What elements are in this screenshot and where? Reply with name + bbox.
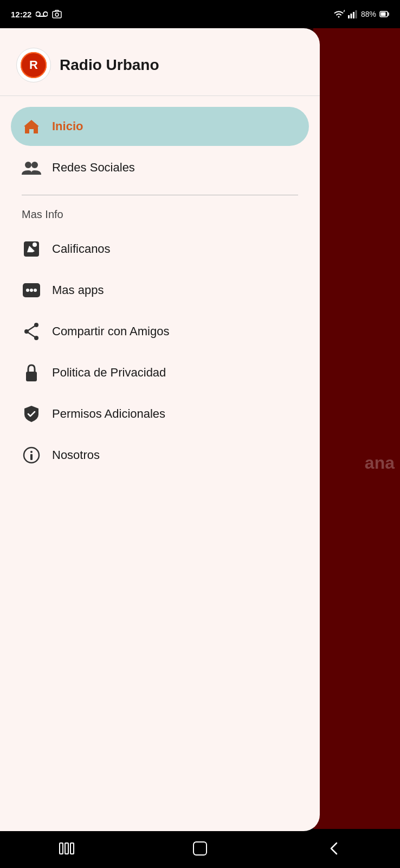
photo-icon: [52, 10, 62, 18]
svg-point-0: [36, 12, 40, 16]
nav-item-privacidad[interactable]: Politica de Privacidad: [11, 353, 309, 392]
rate-icon: [22, 239, 41, 259]
svg-rect-6: [350, 14, 352, 18]
battery-icon: [379, 10, 389, 18]
svg-rect-30: [30, 454, 33, 460]
shield-check-icon: [22, 404, 41, 424]
svg-rect-7: [353, 12, 354, 18]
time-display: 12:22: [11, 10, 31, 19]
app-logo: R: [16, 48, 51, 82]
privacidad-label: Politica de Privacidad: [52, 366, 166, 380]
nav-item-compartir[interactable]: Compartir con Amigos: [11, 312, 309, 351]
svg-point-17: [33, 242, 37, 247]
svg-rect-32: [65, 843, 68, 854]
calificanos-label: Calificanos: [52, 242, 111, 256]
home-button[interactable]: [184, 838, 216, 859]
svg-point-29: [30, 451, 33, 453]
logo-svg: R: [20, 52, 47, 79]
mas-apps-label: Mas apps: [52, 283, 104, 297]
bottom-nav-bar: [0, 829, 400, 868]
permisos-label: Permisos Adicionales: [52, 407, 165, 421]
svg-text:R: R: [29, 58, 38, 72]
mas-info-label: Mas Info: [11, 203, 309, 229]
battery-text: 88%: [361, 10, 376, 18]
share-icon: [22, 322, 41, 341]
home-icon: [22, 117, 41, 136]
bg-overlay-text: ana: [365, 453, 395, 473]
svg-rect-31: [60, 843, 63, 854]
info-icon: [22, 445, 41, 465]
svg-line-25: [27, 325, 36, 331]
svg-rect-34: [193, 842, 207, 855]
voicemail-icon: [36, 10, 48, 18]
drawer-header: R Radio Urbano: [0, 28, 320, 96]
svg-rect-33: [70, 843, 74, 854]
redes-sociales-label: Redes Sociales: [52, 161, 135, 175]
nav-section: Inicio Redes Sociales Mas Info: [0, 96, 320, 475]
svg-rect-27: [26, 372, 37, 381]
svg-rect-8: [355, 10, 357, 18]
back-button[interactable]: [317, 838, 350, 859]
nav-item-nosotros[interactable]: Nosotros: [11, 436, 309, 475]
inicio-label: Inicio: [52, 119, 83, 133]
svg-rect-5: [348, 15, 350, 18]
wifi-icon: [333, 9, 345, 19]
home-button-icon: [191, 840, 209, 857]
svg-rect-3: [53, 11, 61, 18]
status-bar: 12:22 88%: [0, 0, 400, 28]
recent-apps-button[interactable]: [50, 838, 83, 859]
navigation-drawer: R Radio Urbano Inicio: [0, 28, 320, 831]
svg-rect-10: [381, 12, 386, 16]
nav-item-redes-sociales[interactable]: Redes Sociales: [11, 148, 309, 187]
svg-line-26: [27, 331, 36, 338]
recent-apps-icon: [59, 841, 75, 856]
app-title: Radio Urbano: [60, 56, 159, 74]
nav-divider: [22, 195, 298, 195]
people-icon: [22, 158, 41, 177]
background-dark: [313, 28, 400, 842]
svg-point-14: [25, 162, 31, 168]
signal-icon: [348, 10, 358, 18]
svg-point-21: [34, 289, 37, 292]
back-icon: [327, 841, 340, 856]
nav-item-permisos[interactable]: Permisos Adicionales: [11, 394, 309, 433]
svg-point-1: [43, 12, 48, 16]
svg-point-4: [55, 13, 59, 16]
nav-item-mas-apps[interactable]: Mas apps: [11, 271, 309, 310]
compartir-label: Compartir con Amigos: [52, 324, 169, 339]
svg-point-15: [31, 162, 38, 168]
status-right: 88%: [333, 9, 389, 19]
status-left: 12:22: [11, 10, 62, 19]
nav-item-inicio[interactable]: Inicio: [11, 107, 309, 146]
more-apps-icon: [22, 280, 41, 300]
lock-icon: [22, 363, 41, 382]
nosotros-label: Nosotros: [52, 448, 100, 462]
svg-point-20: [30, 289, 33, 292]
nav-item-calificanos[interactable]: Calificanos: [11, 229, 309, 269]
svg-point-19: [26, 289, 29, 292]
